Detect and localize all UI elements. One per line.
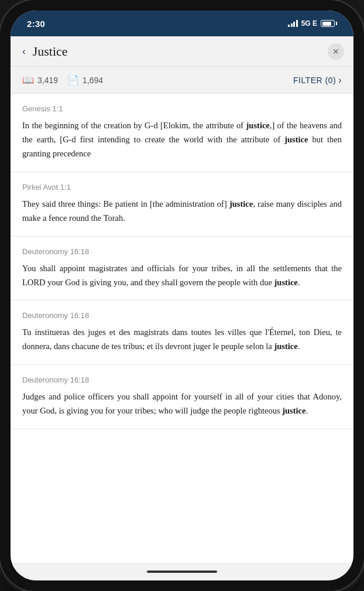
filter-bar: 📖 3,419 📄 1,694 FILTER (0) › xyxy=(11,67,353,94)
battery-icon xyxy=(321,20,337,27)
close-icon: ✕ xyxy=(332,47,339,56)
home-bar xyxy=(147,570,217,573)
filter-chevron-icon: › xyxy=(338,75,342,86)
result-text: They said three things: Be patient in [t… xyxy=(22,197,342,226)
result-text: You shall appoint magistrates and offici… xyxy=(22,262,342,290)
close-button[interactable]: ✕ xyxy=(328,43,344,60)
filter-button[interactable]: FILTER (0) › xyxy=(293,75,342,86)
network-label: 5G E xyxy=(301,19,317,28)
home-indicator xyxy=(11,563,353,580)
list-item[interactable]: Deuteronomy 16:18Tu institueras des juge… xyxy=(11,300,353,365)
status-icons: 5G E xyxy=(288,19,337,28)
result-reference: Genesis 1:1 xyxy=(22,104,342,113)
nav-bar: ‹ Justice ✕ xyxy=(11,36,353,67)
result-reference: Deuteronomy 16:18 xyxy=(22,311,342,320)
list-item[interactable]: Pirkei Avot 1:1They said three things: B… xyxy=(11,172,353,237)
result-reference: Deuteronomy 16:18 xyxy=(22,375,342,384)
page-icon: 📄 xyxy=(67,74,79,86)
filter-label: FILTER (0) xyxy=(293,76,336,85)
results-list[interactable]: Genesis 1:1In the beginning of the creat… xyxy=(11,94,353,563)
back-button[interactable]: ‹ xyxy=(20,43,28,60)
list-item[interactable]: Deuteronomy 16:18Judges and police offic… xyxy=(11,365,353,429)
battery-tip xyxy=(336,22,337,25)
page-count: 📄 1,694 xyxy=(67,74,103,86)
back-chevron-icon: ‹ xyxy=(22,46,26,57)
list-item[interactable]: Genesis 1:1In the beginning of the creat… xyxy=(11,94,353,172)
phone-frame: 2:30 5G E ‹ Justice ✕ xyxy=(0,0,364,591)
page-count-value: 1,694 xyxy=(83,76,103,85)
result-text: Tu institueras des juges et des magistra… xyxy=(22,326,342,354)
battery-body xyxy=(321,20,335,27)
status-time: 2:30 xyxy=(27,19,45,29)
result-text: Judges and police officers you shall app… xyxy=(22,390,342,418)
list-item[interactable]: Deuteronomy 16:18You shall appoint magis… xyxy=(11,237,353,301)
book-count: 📖 3,419 xyxy=(22,74,58,86)
page-title: Justice xyxy=(28,44,328,59)
status-bar: 2:30 5G E xyxy=(11,11,353,36)
book-icon: 📖 xyxy=(22,74,34,86)
result-text: In the beginning of the creation by G-d … xyxy=(22,119,342,161)
screen: 2:30 5G E ‹ Justice ✕ xyxy=(11,11,353,580)
result-reference: Pirkei Avot 1:1 xyxy=(22,183,342,192)
battery-fill xyxy=(322,22,331,26)
count-section: 📖 3,419 📄 1,694 xyxy=(22,74,293,86)
book-count-value: 3,419 xyxy=(37,76,58,85)
result-reference: Deuteronomy 16:18 xyxy=(22,247,342,256)
signal-icon xyxy=(288,20,298,27)
